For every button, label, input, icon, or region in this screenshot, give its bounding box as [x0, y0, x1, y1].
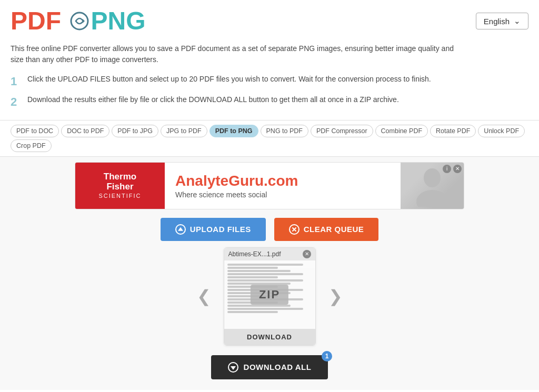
upload-icon	[175, 224, 186, 235]
ad-info-badge: i	[443, 165, 451, 173]
svg-point-3	[416, 190, 448, 207]
doc-line	[227, 311, 278, 313]
file-card-preview: ZIP	[224, 260, 315, 329]
action-buttons: UPLOAD FILES CLEAR QUEUE	[11, 218, 528, 241]
logo: PDF PNG	[11, 8, 146, 34]
upload-label: UPLOAD FILES	[190, 225, 251, 234]
carousel-next-button[interactable]: ❯	[324, 282, 347, 310]
file-card-close-button[interactable]: ✕	[303, 250, 311, 258]
file-card-filename: Abtimes-EX...1.pdf	[228, 250, 281, 258]
nav-item-pdf-to-doc[interactable]: PDF to DOC	[11, 125, 59, 137]
nav-item-pdf-to-png[interactable]: PDF to PNG	[209, 125, 258, 137]
nav-item-jpg-to-pdf[interactable]: JPG to PDF	[161, 125, 207, 137]
upload-files-button[interactable]: UPLOAD FILES	[161, 218, 266, 241]
step-1: 1 Click the UPLOAD FILES button and sele…	[11, 74, 528, 90]
step-2: 2 Download the results either file by fi…	[11, 94, 528, 110]
doc-line	[227, 264, 304, 266]
step-1-text: Click the UPLOAD FILES button and select…	[27, 74, 431, 85]
nav-item-pdf-to-jpg[interactable]: PDF to JPG	[112, 125, 158, 137]
nav-item-crop-pdf[interactable]: Crop PDF	[11, 139, 52, 152]
doc-line	[227, 305, 291, 307]
ad-site: AnalyteGuru.com	[175, 173, 390, 189]
ad-company: ThermoFisher SCIENTIFIC	[75, 163, 165, 209]
doc-line	[227, 267, 278, 269]
step-2-number: 2	[11, 94, 20, 110]
file-card-download-button[interactable]: DOWNLOAD	[224, 329, 315, 345]
convert-icon	[70, 12, 89, 31]
download-all-icon	[228, 362, 238, 373]
logo-to	[61, 11, 91, 31]
nav-item-pdf-compressor[interactable]: PDF Compressor	[311, 125, 373, 137]
nav-item-doc-to-pdf[interactable]: DOC to PDF	[61, 125, 109, 137]
logo-png: PNG	[91, 8, 146, 34]
ad-company-sub: SCIENTIFIC	[98, 193, 141, 199]
clear-icon	[289, 224, 300, 235]
ad-company-name: ThermoFisher	[104, 172, 136, 192]
nav-item-combine-pdf[interactable]: Combine PDF	[375, 125, 428, 137]
description-text: This free online PDF converter allows yo…	[0, 38, 474, 72]
chevron-down-icon: ⌄	[514, 16, 521, 26]
svg-point-2	[424, 168, 441, 187]
download-all-button[interactable]: DOWNLOAD ALL 1	[211, 355, 328, 379]
language-label: English	[484, 17, 510, 26]
header: PDF PNG English ⌄	[0, 0, 539, 38]
download-all-badge: 1	[322, 351, 332, 361]
clear-label: CLEAR QUEUE	[304, 225, 364, 234]
nav-bar: PDF to DOCDOC to PDFPDF to JPGJPG to PDF…	[0, 120, 539, 157]
clear-queue-button[interactable]: CLEAR QUEUE	[274, 218, 379, 241]
ad-center: AnalyteGuru.com Where science meets soci…	[165, 163, 401, 209]
carousel-prev-button[interactable]: ❮	[193, 282, 215, 310]
step-2-text: Download the results either file by file…	[27, 94, 399, 105]
language-selector[interactable]: English ⌄	[476, 13, 528, 29]
file-card-header: Abtimes-EX...1.pdf ✕	[224, 248, 315, 260]
file-card: Abtimes-EX...1.pdf ✕	[224, 247, 316, 346]
carousel: ❮ Abtimes-EX...1.pdf ✕	[11, 247, 528, 346]
ad-banner: ThermoFisher SCIENTIFIC AnalyteGuru.com …	[75, 162, 464, 209]
ad-close-button[interactable]: ✕	[453, 165, 462, 173]
nav-item-rotate-pdf[interactable]: Rotate PDF	[430, 125, 476, 137]
step-1-number: 1	[11, 74, 20, 90]
nav-item-png-to-pdf[interactable]: PNG to PDF	[261, 125, 308, 137]
svg-marker-1	[83, 19, 85, 23]
zip-label: ZIP	[251, 285, 288, 305]
download-all-label: DOWNLOAD ALL	[244, 363, 312, 371]
svg-point-0	[71, 13, 88, 29]
doc-line	[227, 273, 304, 275]
doc-line	[227, 279, 304, 282]
doc-line	[227, 276, 278, 278]
download-all-bar: DOWNLOAD ALL 1	[11, 355, 528, 379]
nav-item-unlock-pdf[interactable]: Unlock PDF	[478, 125, 525, 137]
main-area: ThermoFisher SCIENTIFIC AnalyteGuru.com …	[0, 157, 539, 390]
logo-pdf: PDF	[11, 8, 61, 34]
doc-line	[227, 308, 304, 310]
steps-section: 1 Click the UPLOAD FILES button and sele…	[0, 72, 539, 120]
ad-tagline: Where science meets social	[175, 190, 390, 199]
doc-line	[227, 270, 291, 272]
